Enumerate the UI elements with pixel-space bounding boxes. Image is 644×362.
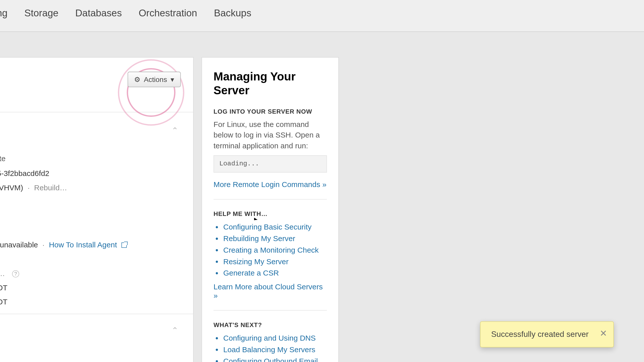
list-item[interactable]: Generate a CSR (223, 268, 327, 279)
install-agent-link[interactable]: How To Install Agent (49, 241, 117, 249)
last-updated-value: Oct 12, 2015 - 8:39 AM CDT (0, 298, 7, 306)
login-heading: LOG INTO YOUR SERVER NOW (214, 108, 327, 115)
dot-separator: · (28, 184, 30, 192)
nav-networking[interactable]: Networking (0, 8, 8, 27)
help-sidebar: Managing Your Server LOG INTO YOUR SERVE… (202, 57, 339, 362)
actions-button[interactable]: ⚙ Actions ▾ (128, 72, 181, 87)
success-toast: Successfully created server ✕ (480, 321, 614, 347)
list-item[interactable]: Creating a Monitoring Check (223, 245, 327, 256)
sidebar-title: Managing Your Server (214, 70, 327, 97)
whats-next-heading: WHAT'S NEXT? (214, 321, 327, 328)
list-item[interactable]: Load Balancing My Servers (223, 344, 327, 356)
rebuild-link[interactable]: Rebuild… (34, 184, 67, 192)
close-icon[interactable]: ✕ (600, 328, 607, 339)
login-command: Loading... (214, 155, 327, 173)
networks-section: ⌃ Networks Add Network ? Name IPv4 IPv6 … (0, 314, 193, 362)
dot-separator: · (43, 241, 45, 249)
toast-message: Successfully created server (491, 330, 588, 339)
help-links-list: Configuring Basic Security Rebuilding My… (214, 222, 327, 279)
next-links-list: Configuring and Using DNS Load Balancing… (214, 333, 327, 362)
networks-heading: Networks (0, 326, 178, 338)
list-item[interactable]: Configuring Outbound Email (223, 356, 327, 362)
primary-nav: Servers Networking Storage Databases Orc… (0, 8, 251, 27)
nav-storage[interactable]: Storage (24, 8, 59, 27)
help-me-with-heading: HELP ME WITH… (214, 210, 327, 217)
system-image-value: Debian 7 (Wheezy) (PVHVM) (0, 184, 23, 192)
add-record-link[interactable]: Add Record… (0, 269, 5, 278)
server-details-section: ⌃ Server Details Server Status Building … (0, 112, 193, 314)
collapse-icon[interactable]: ⌃ (172, 326, 178, 335)
external-link-icon (122, 242, 127, 248)
monitoring-agent-value: Not installed, host checks unavailable (0, 241, 38, 249)
nav-orchestration[interactable]: Orchestration (139, 8, 197, 27)
list-item[interactable]: Configuring Basic Security (223, 222, 327, 233)
status-progress: 0% complete (0, 154, 6, 163)
top-nav: rackspace. Servers Networking Storage Da… (0, 0, 644, 32)
more-login-commands-link[interactable]: More Remote Login Commands » (214, 181, 327, 190)
login-instructions: For Linux, use the command below to log … (214, 119, 327, 151)
caret-down-icon: ▾ (171, 75, 174, 83)
created-date-value: Oct 12, 2015 - 8:39 AM CDT (0, 284, 7, 292)
breadcrumb: ‹ Back to Servers List (0, 32, 644, 57)
collapse-icon[interactable]: ⌃ (172, 126, 178, 135)
server-detail-card: CLOUD SERVER Web-01 ⚙ Actions ▾ ⌃ Server… (0, 57, 194, 362)
gear-icon: ⚙ (134, 75, 140, 83)
server-details-heading: Server Details (0, 126, 178, 140)
help-icon[interactable]: ? (12, 270, 19, 277)
list-item[interactable]: Rebuilding My Server (223, 233, 327, 245)
list-item[interactable]: Configuring and Using DNS (223, 333, 327, 344)
id-value: e4dc08b6-9da4-43df-8455-3f2bbacd6fd2 (0, 169, 49, 178)
list-item[interactable]: Resizing My Server (223, 256, 327, 268)
nav-databases[interactable]: Databases (75, 8, 122, 27)
learn-more-link[interactable]: Learn More about Cloud Servers » (214, 283, 327, 300)
nav-backups[interactable]: Backups (214, 8, 251, 27)
